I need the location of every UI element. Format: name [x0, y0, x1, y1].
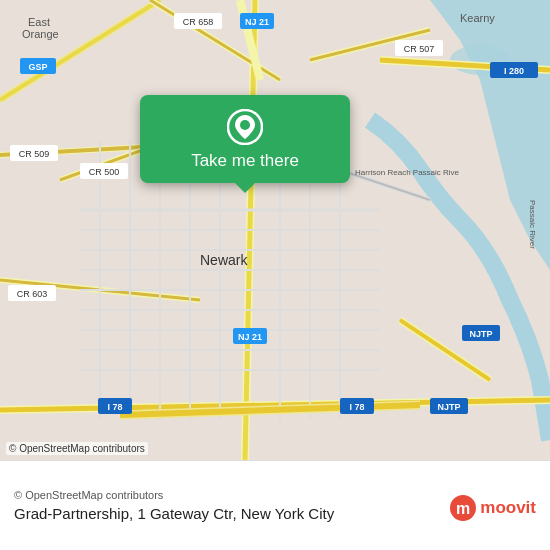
moovit-brand-label: moovit [480, 498, 536, 518]
moovit-icon: m [449, 494, 477, 522]
location-pin-icon [227, 109, 263, 145]
svg-text:NJTP: NJTP [437, 402, 460, 412]
svg-text:East: East [28, 16, 50, 28]
svg-text:NJ 21: NJ 21 [245, 17, 269, 27]
take-me-there-button[interactable]: Take me there [140, 95, 350, 183]
svg-text:CR 658: CR 658 [183, 17, 214, 27]
svg-text:I 280: I 280 [504, 66, 524, 76]
svg-text:NJTP: NJTP [469, 329, 492, 339]
svg-text:m: m [456, 500, 470, 517]
svg-text:Kearny: Kearny [460, 12, 495, 24]
map-container: CR 658 NJ 21 GSP CR 507 CR 509 CR 500 I … [0, 0, 550, 550]
svg-text:Orange: Orange [22, 28, 59, 40]
svg-text:I 78: I 78 [349, 402, 364, 412]
osm-attribution: © OpenStreetMap contributors [6, 442, 148, 455]
svg-text:Newark: Newark [200, 252, 248, 268]
popup-label: Take me there [191, 151, 299, 171]
svg-text:CR 603: CR 603 [17, 289, 48, 299]
svg-text:GSP: GSP [28, 62, 47, 72]
svg-text:Harrison Reach Passaic Rive: Harrison Reach Passaic Rive [355, 168, 460, 177]
svg-text:CR 507: CR 507 [404, 44, 435, 54]
svg-point-79 [240, 120, 250, 130]
svg-text:CR 509: CR 509 [19, 149, 50, 159]
moovit-logo: m moovit [449, 494, 536, 522]
svg-text:Passaic River: Passaic River [528, 200, 537, 249]
map-background: CR 658 NJ 21 GSP CR 507 CR 509 CR 500 I … [0, 0, 550, 460]
svg-text:NJ 21: NJ 21 [238, 332, 262, 342]
svg-text:CR 500: CR 500 [89, 167, 120, 177]
bottom-bar: © OpenStreetMap contributors Grad-Partne… [0, 460, 550, 550]
svg-text:I 78: I 78 [107, 402, 122, 412]
